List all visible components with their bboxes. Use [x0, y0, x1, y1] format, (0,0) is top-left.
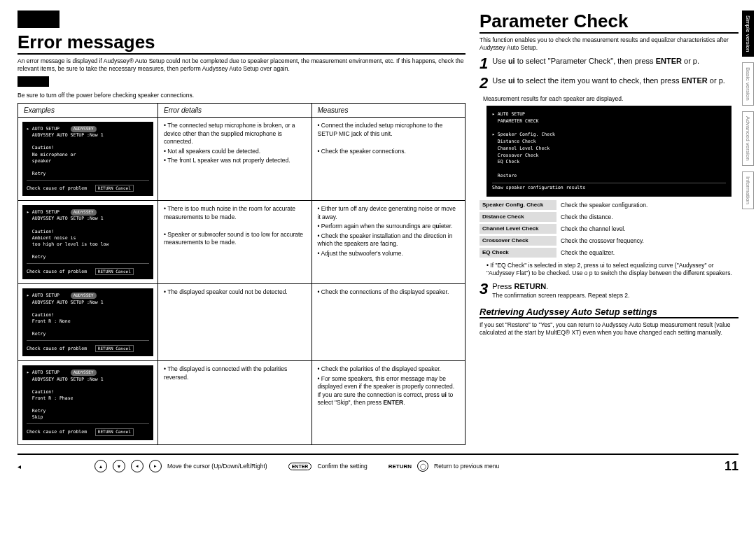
enter-desc: Confirm the setting [317, 463, 367, 470]
enter-button: ENTER [288, 463, 312, 470]
footer: ◂ ▲ ▼ ◂ ▸ Move the cursor (Up/Down/Left/… [18, 454, 738, 474]
section-marker [18, 10, 59, 28]
cursor-label: Move the cursor (Up/Down/Left/Right) [167, 463, 267, 470]
error-row: ▸ AUTO SETUP AUDYSSEY AUDYSSEY AUTO SETU… [18, 201, 465, 284]
error-table: Examples Error details Measures ▸ AUTO S… [18, 103, 465, 444]
tab-advanced[interactable]: Advanced version [742, 111, 754, 166]
retrieve-text: If you set "Restore" to "Yes", you can r… [479, 321, 738, 337]
note-badge [18, 76, 49, 87]
side-tabs: Simple version Basic version Advanced ve… [742, 10, 754, 209]
check-row: Distance CheckCheck the distance. [479, 212, 738, 222]
step2-text: Use ui to select the item you want to ch… [492, 76, 738, 85]
down-icon: ▼ [113, 460, 125, 472]
step1-text: Use ui to select "Parameter Check", then… [492, 56, 738, 66]
error-row: ▸ AUTO SETUP AUDYSSEY AUDYSSEY AUTO SETU… [18, 361, 465, 444]
tab-basic[interactable]: Basic version [742, 62, 754, 106]
step3-text: Press RETURN. The confirmation screen re… [492, 281, 738, 299]
check-row: Speaker Config. CheckCheck the speaker c… [479, 200, 738, 210]
error-heading: Error messages [18, 31, 465, 55]
page-number: 11 [724, 459, 738, 474]
check-row: Crossover CheckCheck the crossover frequ… [479, 236, 738, 246]
eq-note: • If "EQ Check" is selected in step 2, p… [486, 262, 738, 277]
result-screen: ▸ AUTO SETUP PARAMETER CHECK ▸ Speaker C… [486, 106, 732, 197]
measure-note: Measurement results for each speaker are… [483, 95, 738, 102]
hdr-cause: Error details [158, 104, 312, 117]
error-row: ▸ AUTO SETUP AUDYSSEY AUDYSSEY AUTO SETU… [18, 118, 465, 201]
error-intro: An error message is displayed if Audysse… [18, 57, 465, 73]
error-row: ▸ AUTO SETUP AUDYSSEY AUDYSSEY AUTO SETU… [18, 284, 465, 361]
hdr-examples: Examples [18, 104, 158, 117]
tab-info[interactable]: Information [742, 171, 754, 209]
up-icon: ▲ [94, 460, 107, 472]
step3-num: 3 [479, 281, 488, 297]
hdr-measures: Measures [312, 104, 465, 117]
retrieve-heading: Retrieving Audyssey Auto Setup settings [479, 307, 738, 318]
note-text: Be sure to turn off the power before che… [18, 92, 465, 99]
right-icon: ▸ [149, 460, 162, 472]
tab-simple[interactable]: Simple version [742, 10, 754, 57]
return-desc: Return to previous menu [434, 463, 499, 470]
param-intro: This function enables you to check the m… [479, 36, 738, 52]
step2-num: 2 [479, 76, 488, 91]
check-row: EQ CheckCheck the equalizer. [479, 248, 738, 258]
return-label: RETURN [388, 463, 412, 470]
step1-num: 1 [479, 56, 488, 71]
check-row: Channel Level CheckCheck the channel lev… [479, 224, 738, 234]
param-heading: Parameter Check [479, 10, 738, 34]
return-icon: ◯ [417, 461, 428, 472]
left-icon: ◂ [131, 460, 144, 472]
